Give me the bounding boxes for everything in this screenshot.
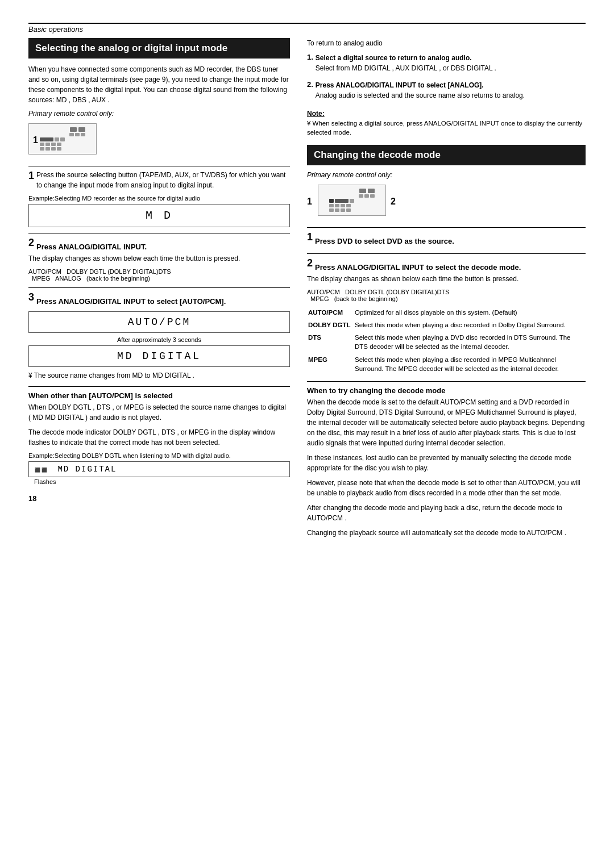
decode-step2-text: Press ANALOG/DIGITAL INPUT to select the… [315,263,521,272]
step1-text: Press the source selecting button (TAPE/… [36,170,290,190]
sequence1: AUTO/PCM DOLBY DGTL (DOLBY DIGITAL)DTS M… [28,268,290,282]
step3-number: 3 [28,291,34,303]
remote-diagram-right [318,185,386,216]
decode-step2-subtext: The display changes as shown below each … [307,274,586,284]
right-diagram-num-2: 2 [391,197,396,207]
display-flashing-text: MD DIGITAL [57,465,117,474]
note-text: ¥ When selecting a digital source, press… [307,119,586,137]
example2-label: Example:Selecting DOLBY DGTL when listen… [28,452,290,459]
decode-mode-label: DOLBY DGTL [308,319,354,331]
step2-container: 2 Press ANALOG/DIGITAL INPUT. The displa… [28,237,290,264]
return-step1-number: 1. [307,53,313,61]
right-column: To return to analog audio 1. Select a di… [307,38,586,542]
decode-table-row: AUTO/PCMOptimized for all discs playable… [308,307,584,318]
note-title: Note: [307,110,586,118]
return-step2-number: 2. [307,80,313,89]
when-other-text1: When DOLBY DGTL , DTS , or MPEG is selec… [28,402,290,423]
page-header: Basic operations [28,23,586,34]
return-step1-container: 1. Select a digital source to return to … [307,53,586,78]
decode-step1-container: 1 Press DVD to select DVD as the source. [307,231,586,248]
left-column: Selecting the analog or digital input mo… [28,38,290,542]
remote-diagram-left [28,123,97,155]
when-try-text1: When the decode mode is set to the defau… [307,397,586,448]
step3-text: Press ANALOG/DIGITAL INPUT to select [AU… [36,297,226,306]
when-try-text2: In these instances, lost audio can be pr… [307,453,586,473]
display-md: M D [28,204,290,227]
left-section-title: Selecting the analog or digital input mo… [28,38,290,59]
example1-label: Example:Selecting MD recorder as the sou… [28,195,290,202]
step2-subtext: The display changes as shown below each … [28,253,290,264]
page-number: 18 [28,494,290,503]
diagram-number-1: 1 [33,135,38,145]
decode-section-title: Changing the decode mode [307,145,586,165]
left-intro-text: When you have connected some components … [28,64,290,105]
decode-step2-number: 2 [307,257,313,269]
return-step1-subtext: Select from MD DIGITAL , AUX DIGITAL , o… [316,63,496,73]
return-step1-text: Select a digital source to return to ana… [316,54,472,62]
right-primary-remote-label: Primary remote control only: [307,171,586,179]
decode-mode-table: AUTO/PCMOptimized for all discs playable… [307,306,586,375]
decode-step1-text: Press DVD to select DVD as the source. [315,237,454,245]
decode-mode-desc: Select this mode when playing a disc rec… [355,319,584,331]
display-md-digital: MD DIGITAL [28,345,290,367]
source-note: ¥ The source name changes from MD to MD … [28,370,290,381]
decode-mode-desc: Optimized for all discs playable on this… [355,307,584,318]
step1-number: 1 [28,170,34,182]
note-box: Note: ¥ When selecting a digital source,… [307,110,586,137]
left-primary-remote-label: Primary remote control only: [28,110,290,118]
decode-table-row: DOLBY DGTLSelect this mode when playing … [308,319,584,331]
decode-table-row: DTSSelect this mode when playing a DVD d… [308,332,584,352]
step1-container: 1 Press the source selecting button (TAP… [28,170,290,190]
flashes-label: Flashes [34,478,290,485]
when-try-text3: However, please note that when the decod… [307,478,586,498]
return-step2-container: 2. Press ANALOG/DIGITAL INPUT to select … [307,80,586,105]
sequence2: AUTO/PCM DOLBY DGTL (DOLBY DIGITAL)DTS M… [307,289,586,302]
return-analog-title: To return to analog audio [307,38,586,48]
decode-mode-desc: Select this mode when playing a disc rec… [355,354,584,374]
when-other-title: When other than [AUTO/PCM] is selected [28,391,290,400]
return-step2-text: Press ANALOG/DIGITAL INPUT to select [AN… [316,81,484,89]
decode-mode-label: MPEG [308,354,354,374]
decode-step1-number: 1 [307,231,313,243]
when-try-text4: After changing the decode mode and playi… [307,503,586,523]
step3-container: 3 Press ANALOG/DIGITAL INPUT to select [… [28,291,290,308]
when-other-text2: The decode mode indicator DOLBY DGTL , D… [28,427,290,448]
after-seconds-label: After approximately 3 seconds [28,336,290,343]
step2-text: Press ANALOG/DIGITAL INPUT. [36,243,147,251]
decode-mode-label: DTS [308,332,354,352]
display-auto-pcm: AUTO/PCM [28,311,290,333]
when-try-text5: Changing the playback source will automa… [307,528,586,538]
right-diagram-num-1: 1 [307,197,312,207]
return-step2-subtext: Analog audio is selected and the source … [316,90,525,101]
flashing-display-container: ⬛⬛ MD DIGITAL [28,461,290,477]
step2-number: 2 [28,237,34,249]
flash-arrows: ⬛⬛ [35,468,48,473]
display-flashing: ⬛⬛ MD DIGITAL [28,461,290,477]
when-try-title: When to try changing the decode mode [307,386,586,395]
decode-step2-container: 2 Press ANALOG/DIGITAL INPUT to select t… [307,257,586,284]
decode-table-row: MPEGSelect this mode when playing a disc… [308,354,584,374]
decode-mode-desc: Select this mode when playing a DVD disc… [355,332,584,352]
decode-mode-label: AUTO/PCM [308,307,354,318]
